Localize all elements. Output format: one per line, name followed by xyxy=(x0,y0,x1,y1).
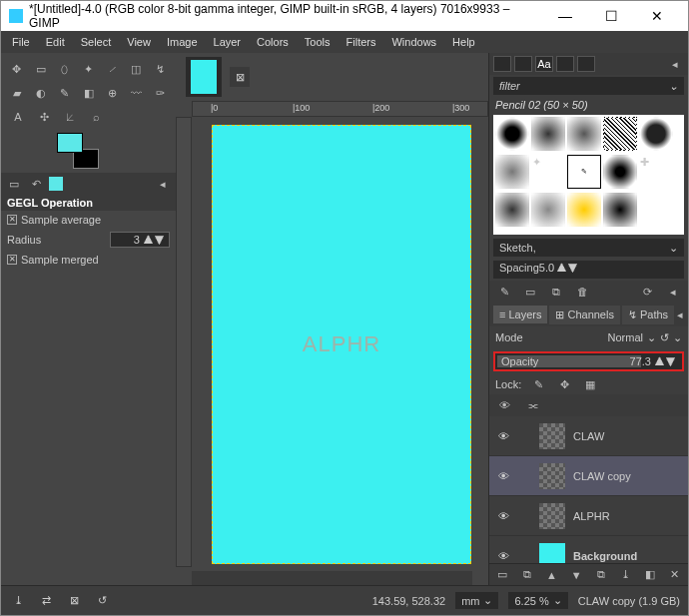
menu-select[interactable]: Select xyxy=(74,34,119,50)
menu-windows[interactable]: Windows xyxy=(384,34,443,50)
layer-row[interactable]: 👁Background xyxy=(489,536,688,563)
revert-icon[interactable]: ⇄ xyxy=(37,592,55,610)
scrollbar-horizontal[interactable] xyxy=(192,571,472,585)
menu-image[interactable]: Image xyxy=(160,34,205,50)
free-select-icon[interactable]: ⬯ xyxy=(57,60,73,78)
ruler-vertical[interactable] xyxy=(176,117,192,567)
rect-select-icon[interactable]: ▭ xyxy=(33,60,49,78)
eraser-tool-icon[interactable]: ◧ xyxy=(81,84,97,102)
dup-layer-icon[interactable]: ⧉ xyxy=(594,566,609,584)
menu-view[interactable]: View xyxy=(120,34,158,50)
visibility-toggle-icon[interactable]: 👁 xyxy=(495,470,511,482)
zoom-tool-icon[interactable]: ⌕ xyxy=(87,108,105,126)
ruler-horizontal[interactable]: |0 |100 |200 |300 xyxy=(192,101,488,117)
layer-row[interactable]: 👁CLAW copy xyxy=(489,456,688,496)
move-tool-icon[interactable]: ✥ xyxy=(9,60,25,78)
dup-brush-icon[interactable]: ⧉ xyxy=(547,283,565,301)
layer-row[interactable]: 👁ALPHR xyxy=(489,496,688,536)
zoom-select[interactable]: 6.25 % ⌄ xyxy=(508,592,567,609)
clone-tool-icon[interactable]: ⊕ xyxy=(104,84,120,102)
layer-name[interactable]: CLAW copy xyxy=(573,470,682,482)
merge-layer-icon[interactable]: ⤓ xyxy=(618,566,633,584)
brush-preset-select[interactable]: Sketch,⌄ xyxy=(493,239,684,257)
new-group-icon[interactable]: ⧉ xyxy=(520,566,535,584)
link-icon[interactable]: ⫘ xyxy=(523,396,541,414)
undo-history-icon[interactable]: ↶ xyxy=(27,175,45,193)
transform-tool-icon[interactable]: ◫ xyxy=(128,60,144,78)
paintbrush-icon[interactable]: ✎ xyxy=(57,84,73,102)
mode-select[interactable]: Normal xyxy=(608,331,643,343)
refresh-icon[interactable]: ⟳ xyxy=(638,283,656,301)
crop-tool-icon[interactable]: ⟋ xyxy=(104,60,120,78)
maximize-button[interactable]: ☐ xyxy=(588,1,634,31)
color-picker-icon[interactable]: ✣ xyxy=(35,108,53,126)
fonts-tab-icon[interactable]: Aa xyxy=(535,56,553,72)
raise-layer-icon[interactable]: ▲ xyxy=(544,566,559,584)
visibility-toggle-icon[interactable]: 👁 xyxy=(495,510,511,522)
spacing-slider[interactable]: Spacing 5.0 ⯅⯆ xyxy=(493,261,684,279)
visibility-toggle-icon[interactable]: 👁 xyxy=(495,550,511,562)
canvas[interactable]: ALPHR xyxy=(192,117,488,567)
warp-tool-icon[interactable]: ↯ xyxy=(152,60,168,78)
visible-icon[interactable]: 👁 xyxy=(495,396,513,414)
opacity-slider[interactable]: Opacity 77.3 ⯅⯆ xyxy=(493,351,684,371)
menu-tools[interactable]: Tools xyxy=(298,34,338,50)
reset-icon[interactable]: ↺ xyxy=(93,592,111,610)
minimize-button[interactable]: — xyxy=(542,1,588,31)
close-icon[interactable]: ⊠ xyxy=(65,592,83,610)
tab-channels[interactable]: ⊞Channels xyxy=(549,306,619,324)
dock-menu-icon[interactable]: ◂ xyxy=(666,55,684,73)
document-thumb[interactable] xyxy=(186,57,222,97)
doc-tab-icon[interactable] xyxy=(577,56,595,72)
brush-filter-input[interactable]: filter⌄ xyxy=(493,77,684,95)
text-tool-icon[interactable]: A xyxy=(9,108,27,126)
lock-position-icon[interactable]: ✥ xyxy=(555,375,573,393)
layer-name[interactable]: ALPHR xyxy=(573,510,682,522)
fg-color[interactable] xyxy=(57,133,83,153)
layer-name[interactable]: Background xyxy=(573,550,682,562)
close-doc-button[interactable]: ⊠ xyxy=(230,67,250,87)
dock-menu-icon[interactable]: ◂ xyxy=(154,175,172,193)
path-tool-icon[interactable]: ✑ xyxy=(152,84,168,102)
chevron-down-icon[interactable]: ⌄ xyxy=(673,331,682,344)
tab-paths[interactable]: ↯Paths xyxy=(622,306,674,324)
unit-select[interactable]: mm ⌄ xyxy=(455,592,498,609)
tab-layers[interactable]: ≡Layers xyxy=(493,306,547,323)
gradient-tool-icon[interactable]: ◐ xyxy=(33,84,49,102)
sample-average-checkbox[interactable]: ✕ xyxy=(7,215,17,225)
layer-name[interactable]: CLAW xyxy=(573,430,682,442)
lower-layer-icon[interactable]: ▼ xyxy=(569,566,584,584)
smudge-tool-icon[interactable]: 〰 xyxy=(128,84,144,102)
lock-pixels-icon[interactable]: ✎ xyxy=(529,375,547,393)
layer-row[interactable]: 👁CLAW xyxy=(489,416,688,456)
open-as-image-icon[interactable]: ◂ xyxy=(664,283,682,301)
measure-tool-icon[interactable]: ⟀ xyxy=(61,108,79,126)
mask-layer-icon[interactable]: ◧ xyxy=(643,566,658,584)
lock-alpha-icon[interactable]: ▦ xyxy=(581,375,599,393)
new-brush-icon[interactable]: ▭ xyxy=(521,283,539,301)
chevron-down-icon[interactable]: ⌄ xyxy=(647,331,656,344)
menu-colors[interactable]: Colors xyxy=(250,34,296,50)
menu-layer[interactable]: Layer xyxy=(207,34,249,50)
color-swatch[interactable] xyxy=(57,133,99,169)
patterns-tab-icon[interactable] xyxy=(514,56,532,72)
fuzzy-select-icon[interactable]: ✦ xyxy=(81,60,97,78)
sample-merged-checkbox[interactable]: ✕ xyxy=(7,255,17,265)
brushes-tab-icon[interactable] xyxy=(493,56,511,72)
page[interactable]: ALPHR xyxy=(212,125,471,564)
mode-reset-icon[interactable]: ↺ xyxy=(660,331,669,344)
dock-menu-icon[interactable]: ◂ xyxy=(676,306,684,323)
delete-layer-icon[interactable]: ✕ xyxy=(667,566,682,584)
history-tab-icon[interactable] xyxy=(556,56,574,72)
save-icon[interactable]: ⤓ xyxy=(9,592,27,610)
menu-help[interactable]: Help xyxy=(445,34,482,50)
bucket-fill-icon[interactable]: ▰ xyxy=(9,84,25,102)
visibility-toggle-icon[interactable]: 👁 xyxy=(495,430,511,442)
del-brush-icon[interactable]: 🗑 xyxy=(573,283,591,301)
menu-file[interactable]: File xyxy=(5,34,37,50)
radius-input[interactable]: 3 ⯅⯆ xyxy=(110,232,170,248)
menu-filters[interactable]: Filters xyxy=(340,34,383,50)
menu-edit[interactable]: Edit xyxy=(39,34,72,50)
new-layer-icon[interactable]: ▭ xyxy=(495,566,510,584)
edit-brush-icon[interactable]: ✎ xyxy=(495,283,513,301)
